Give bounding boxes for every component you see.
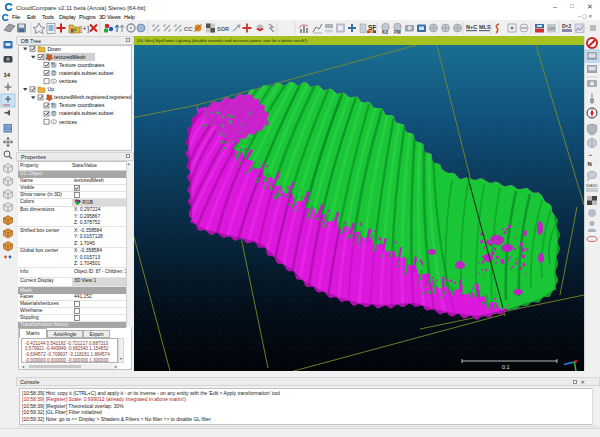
- svg-text:N+C: N+C: [466, 24, 477, 30]
- svg-text:↓: ↓: [594, 159, 596, 164]
- svg-text:MLS: MLS: [479, 24, 491, 30]
- svg-text:materials.subset.subset: materials.subset.subset: [59, 70, 114, 76]
- svg-text:SOR: SOR: [217, 26, 229, 32]
- svg-text:vertices: vertices: [59, 119, 77, 125]
- svg-text:14: 14: [4, 72, 11, 78]
- svg-text:[+]: [+]: [80, 24, 89, 33]
- svg-text:N: N: [588, 161, 592, 167]
- svg-text:texturedMesh.registered.regist: texturedMesh.registered.registered: [54, 94, 132, 100]
- svg-text:Texture coordinates: Texture coordinates: [59, 102, 105, 108]
- svg-text:Down: Down: [48, 46, 61, 52]
- svg-text:CC: CC: [184, 26, 193, 32]
- svg-text:WASD: WASD: [586, 183, 598, 188]
- svg-text:Kd: Kd: [382, 30, 388, 35]
- svg-text:·•: ·•: [588, 152, 592, 158]
- svg-text:123: 123: [548, 26, 555, 31]
- svg-text:PM: PM: [394, 30, 401, 35]
- svg-text:materials.subset.subset: materials.subset.subset: [59, 110, 114, 116]
- svg-text:SF: SF: [368, 24, 376, 31]
- svg-text:Texture coordinates: Texture coordinates: [59, 62, 105, 68]
- svg-text:Up: Up: [48, 86, 55, 92]
- svg-text:auto: auto: [3, 103, 10, 107]
- svg-text:vertices: vertices: [59, 78, 77, 84]
- svg-text:D<2: D<2: [562, 23, 572, 29]
- svg-text:texturedMesh: texturedMesh: [54, 54, 86, 60]
- svg-text:0.1: 0.1: [502, 364, 510, 370]
